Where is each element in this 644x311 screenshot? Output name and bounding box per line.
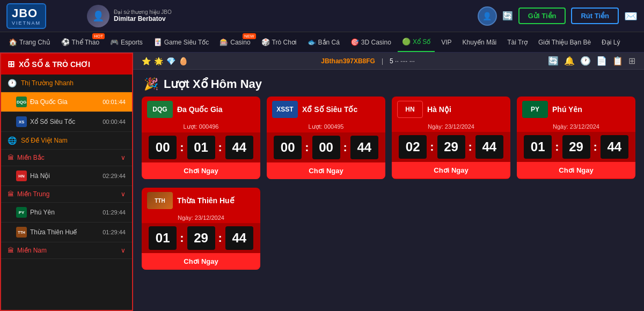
lottery-card-xsst: XSST Xổ Số Siêu Tốc Lượt: 000495 00 : 00… — [267, 97, 385, 179]
logo-box[interactable]: JBO VIETNAM — [6, 3, 46, 29]
nav-xo-so-label: Xổ Số — [413, 38, 430, 46]
refresh-icon[interactable]: 🔄 — [502, 11, 513, 21]
sidebar-category-mien-bac[interactable]: 🏛 Miền Bắc ∨ — [1, 150, 132, 166]
lottery-grid-row1: DQG Đa Quốc Gia Lượt: 000496 00 : 01 : 4… — [133, 97, 644, 188]
xsst-play-button[interactable]: Chơi Ngay — [267, 162, 385, 179]
main-content: ⊞ XỔ SỐ & TRÒ CHƠI 🕐 Thị Trường Nhanh DQ… — [0, 53, 644, 311]
coins-row: ⭐ 🌟 💎 🥚 — [142, 57, 188, 65]
card-header-xsst: XSST Xổ Số Siêu Tốc — [267, 97, 385, 122]
sep: : — [467, 140, 473, 154]
nav-tai-tro[interactable]: Tài Trợ — [503, 32, 532, 52]
table-icon[interactable]: ⊞ — [628, 56, 635, 66]
hn-timer-row: 02 : 29 : 44 — [392, 132, 510, 162]
section-label: Số Đề Việt Nam — [21, 137, 68, 144]
tth-logo: TTH — [16, 227, 27, 238]
tth-timer-row: 01 : 29 : 44 — [142, 223, 260, 253]
sidebar-item-ha-noi[interactable]: HN Hà Nội 02:29:44 — [1, 166, 132, 186]
nav-dai-ly[interactable]: Đại Lý — [597, 32, 624, 52]
sync-icon[interactable]: 🔄 — [548, 56, 559, 66]
sep: : — [592, 140, 598, 154]
py-card-name: Phú Yên — [552, 105, 582, 114]
mail-icon[interactable]: ✉️ — [624, 10, 638, 23]
nav-ban-ca[interactable]: 🐟 Bắn Cá — [303, 32, 344, 52]
dqg-logo: DQG — [16, 97, 27, 107]
nav-trang-chu-label: Trang Chủ — [19, 39, 50, 46]
clock-icon: 🕐 — [8, 79, 17, 87]
casino-icon: 🎰 — [219, 38, 228, 46]
nav-the-thao[interactable]: ⚽ Thể Thao HOT — [57, 32, 104, 52]
sidebar-item-da-quoc-gia[interactable]: DQG Đa Quốc Gia 00:01:44 — [1, 92, 132, 112]
tth-play-button[interactable]: Chơi Ngay — [142, 253, 260, 270]
nav-game-sieu-toc[interactable]: 🃏 Game Siêu Tốc — [149, 32, 213, 52]
cards-icon: 🃏 — [153, 38, 162, 46]
hn-t3: 44 — [475, 135, 503, 159]
nav-tro-choi[interactable]: 🎲 Trò Chơi — [257, 32, 301, 52]
py-timer-row: 01 : 29 : 44 — [517, 132, 635, 162]
hn-play-button[interactable]: Chơi Ngay — [392, 162, 510, 179]
bell-icon[interactable]: 🔔 — [564, 56, 575, 66]
nav-the-thao-label: Thể Thao — [72, 39, 99, 46]
card-header-hn: HN Hà Nội — [392, 97, 510, 122]
hot-badge: HOT — [92, 33, 105, 39]
hn-card-sub: Ngày: 23/12/2024 — [392, 122, 510, 132]
sidebar-item-xo-so-sieu-toc[interactable]: XS Xổ Số Siêu Tốc 00:00:44 — [1, 112, 132, 132]
doc-icon[interactable]: 📄 — [596, 56, 607, 66]
logo-area: JBO VIETNAM — [6, 3, 76, 29]
temple-icon-3: 🏛 — [8, 247, 14, 254]
nav-esports[interactable]: 🎮 Esports — [106, 32, 147, 52]
xsst-logo: XS — [16, 116, 27, 127]
cat-left: 🏛 Miền Trung — [8, 190, 49, 198]
py-logo: PY — [16, 207, 27, 218]
nav-khuyen-mai[interactable]: Khuyến Mãi — [458, 32, 501, 52]
item-left: XS Xổ Số Siêu Tốc — [16, 116, 75, 127]
py-t2: 29 — [562, 135, 590, 159]
sidebar-item-phu-yen[interactable]: PY Phú Yên 01:29:44 — [1, 203, 132, 223]
rut-tien-button[interactable]: Rút Tiền — [571, 8, 619, 24]
home-icon: 🏠 — [9, 38, 17, 46]
sidebar-header: ⊞ XỔ SỐ & TRÒ CHƠI — [1, 54, 132, 75]
nav-casino-label: Casino — [230, 39, 250, 46]
nav-gioi-thieu[interactable]: Giới Thiệu Bạn Bè — [534, 32, 595, 52]
3d-icon: 🎯 — [350, 38, 359, 46]
py-play-button[interactable]: Chơi Ngay — [517, 162, 635, 179]
sep: : — [429, 140, 435, 154]
nav-gioi-thieu-label: Giới Thiệu Bạn Bè — [538, 39, 591, 46]
section-label: Thị Trường Nhanh — [21, 79, 74, 87]
globe-icon: 🌐 — [8, 136, 17, 145]
balance-separator: | — [382, 57, 383, 65]
nav-dai-ly-label: Đại Lý — [602, 39, 620, 46]
lottery-card-py: PY Phú Yên Ngày: 23/12/2024 01 : 29 : 44… — [517, 97, 635, 179]
fish-icon: 🐟 — [308, 38, 316, 46]
ambassador-title: Đại sứ thương hiệu JBO — [114, 9, 172, 15]
right-content: ⭐ 🌟 💎 🥚 JBthan397XB8FG | 5 ·· ···· ··· 🔄… — [133, 53, 644, 311]
sidebar-section-thi-truong-nhanh[interactable]: 🕐 Thị Trường Nhanh — [1, 75, 132, 92]
content-topbar: ⭐ 🌟 💎 🥚 JBthan397XB8FG | 5 ·· ···· ··· 🔄… — [133, 53, 644, 70]
nav-game-sieu-toc-label: Game Siêu Tốc — [164, 39, 209, 46]
sidebar-section-so-de-viet-nam[interactable]: 🌐 Số Đề Việt Nam — [1, 132, 132, 150]
nav-vip[interactable]: VIP — [437, 32, 456, 52]
nav-3d-casino[interactable]: 🎯 3D Casino — [346, 32, 396, 52]
sidebar-category-mien-trung[interactable]: 🏛 Miền Trung ∨ — [1, 186, 132, 203]
dqg-play-button[interactable]: Chơi Ngay — [142, 162, 260, 179]
card-header-dqg: DQG Đa Quốc Gia — [142, 97, 260, 122]
chevron-down-icon: ∨ — [121, 154, 126, 161]
history-icon[interactable]: 🕐 — [580, 56, 591, 66]
sidebar-item-thua-thien-hue[interactable]: TTH Thừa Thiên Huế 01:29:44 — [1, 223, 132, 242]
py-card-logo: PY — [522, 101, 548, 118]
dqg-card-sub: Lượt: 000496 — [142, 122, 260, 132]
xsst-t1: 00 — [274, 136, 302, 159]
sidebar-category-mien-nam[interactable]: 🏛 Miền Nam ∨ — [1, 242, 132, 259]
user-id: JBthan397XB8FG — [321, 57, 375, 65]
user-avatar-icon[interactable]: 👤 — [478, 6, 497, 26]
nav-casino[interactable]: 🎰 Casino NEW — [215, 32, 254, 52]
nav-trang-chu[interactable]: 🏠 Trang Chủ — [4, 32, 55, 52]
clipboard-icon[interactable]: 📋 — [612, 56, 623, 66]
nav-xo-so[interactable]: 🟢 Xổ Số — [398, 32, 435, 52]
ambassador-avatar: 👤 — [87, 5, 109, 27]
temple-icon-2: 🏛 — [8, 190, 14, 198]
cat-left: 🏛 Miền Bắc — [8, 154, 45, 161]
main-nav: 🏠 Trang Chủ ⚽ Thể Thao HOT 🎮 Esports 🃏 G… — [0, 32, 644, 53]
xsst-card-sub: Lượt: 000495 — [267, 122, 385, 132]
category-label: Miền Bắc — [17, 154, 45, 161]
gui-tien-button[interactable]: Gửi Tiền — [518, 8, 566, 24]
